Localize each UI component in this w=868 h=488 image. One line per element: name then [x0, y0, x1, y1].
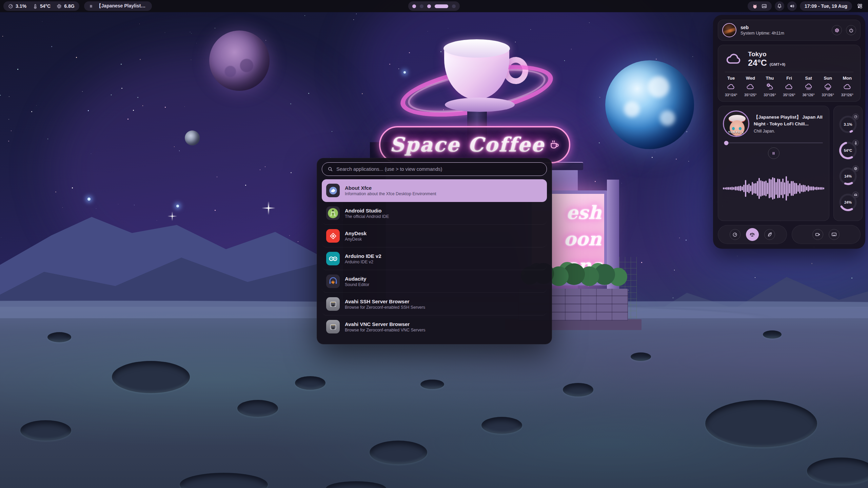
screen-record-button[interactable] [812, 229, 823, 240]
track-title: 【Japanese Playlist】 Japan All Night - To… [754, 114, 824, 127]
workspace-dot-3[interactable] [427, 4, 431, 8]
workspace-dot-4[interactable] [435, 4, 448, 8]
system-stats-pill[interactable]: 3.1% 54°C 6.8G [3, 1, 79, 11]
cpu-usage-stat: 3.1% [8, 3, 26, 9]
user-name: seb [741, 25, 784, 30]
launcher-result-item[interactable]: Audacity Sound Editor [322, 270, 547, 293]
cpu-usage-value: 3.1% [16, 3, 26, 9]
forecast-day: Tue 33°/24° [725, 76, 737, 97]
forecast-temps: 33°/24° [725, 93, 737, 97]
app-icon [326, 229, 340, 243]
seek-thumb[interactable] [724, 141, 728, 145]
app-subtitle: Information about the Xfce Desktop Envir… [345, 191, 436, 196]
app-title: Avahi SSH Server Browser [345, 298, 425, 305]
app-title: Audacity [345, 276, 369, 282]
search-box[interactable] [322, 162, 547, 176]
capture-tools-group [792, 225, 861, 244]
system-gauge: 3.1% [838, 115, 858, 134]
coffee-cup-icon [549, 140, 559, 150]
gauge-icon-badge [852, 191, 859, 198]
neon-sign-text: Space Coffee [390, 133, 545, 156]
search-input[interactable] [336, 166, 541, 172]
app-icon [326, 252, 340, 265]
app-icon [326, 320, 340, 333]
crater [481, 417, 522, 434]
forecast-temps: 33°/26° [764, 93, 776, 97]
app-grid-button[interactable] [855, 1, 865, 11]
memory-value: 6.8G [64, 3, 74, 9]
forecast-day-name: Thu [766, 76, 774, 81]
user-card: seb System Uptime: 4h11m [718, 20, 861, 41]
notifications-button[interactable] [775, 1, 784, 11]
seek-bar[interactable] [724, 142, 823, 143]
volume-button[interactable] [787, 1, 797, 11]
crater [631, 352, 651, 361]
launcher-result-item[interactable]: About Xfce Information about the Xfce De… [322, 179, 547, 202]
workspace-dot-5[interactable] [452, 4, 456, 8]
launcher-result-item[interactable]: Avahi VNC Server Browser Browse for Zero… [322, 316, 547, 338]
launcher-result-item[interactable]: Avahi SSH Server Browser Browse for Zero… [322, 293, 547, 316]
cloud-icon [725, 50, 743, 68]
powersave-profile-button[interactable] [764, 229, 775, 240]
forecast-weather-icon [824, 82, 832, 91]
launcher-result-item[interactable]: Android Studio The official Android IDE [322, 202, 547, 225]
gauge-icon-badge [852, 140, 859, 146]
forecast-day: Sat 36°/26° [802, 76, 814, 97]
album-art: TOKYO L [723, 110, 749, 137]
crater [20, 420, 71, 441]
forecast-temps: 36°/26° [802, 93, 814, 97]
app-title: Android Studio [345, 207, 389, 214]
temperature-value: 54°C [40, 3, 51, 9]
workspace-switcher[interactable] [408, 1, 460, 11]
balanced-profile-button[interactable] [746, 228, 759, 241]
forecast-day: Mon 33°/26° [841, 76, 853, 97]
forecast-temps: 35°/25° [744, 93, 756, 97]
power-button[interactable] [846, 25, 856, 35]
system-tray[interactable] [748, 1, 772, 11]
weather-timezone: (GMT+9) [770, 62, 785, 66]
power-icon [849, 28, 854, 33]
workspace-dot-1[interactable] [412, 4, 416, 8]
now-playing-label: 【Japanese Playlist】 J... [97, 3, 147, 9]
forecast-day-name: Mon [843, 76, 852, 81]
app-subtitle: AnyDesk [345, 237, 367, 242]
leaf-icon [767, 232, 772, 237]
desktop-widget-panel: seb System Uptime: 4h11m Tokyo 24°C (GMT… [713, 15, 865, 249]
gauge-icon-badge [852, 114, 859, 120]
picture-tray-icon[interactable] [762, 3, 767, 9]
star-sparkle [172, 211, 173, 221]
album-art-label: TOKYO L [724, 130, 748, 134]
system-uptime: System Uptime: 4h11m [741, 31, 784, 36]
now-playing-pill[interactable]: 【Japanese Playlist】 J... [84, 1, 152, 11]
crater [295, 376, 326, 390]
launcher-result-item[interactable]: AnyDesk AnyDesk [322, 225, 547, 247]
crater [47, 332, 71, 342]
weather-city: Tokyo [748, 50, 785, 58]
divider [725, 72, 853, 72]
cat-tray-icon[interactable] [752, 4, 757, 9]
performance-profile-button[interactable] [730, 229, 741, 240]
app-subtitle: Browse for Zeroconf-enabled SSH Servers [345, 305, 425, 310]
gear-icon [834, 28, 840, 33]
forecast-day-name: Fri [786, 76, 792, 81]
search-icon [328, 166, 333, 172]
forecast-weather-icon [765, 82, 774, 91]
forecast-temps: 33°/26° [822, 93, 834, 97]
screenshot-button[interactable] [829, 229, 840, 240]
forecast-weather-icon [785, 82, 793, 91]
app-subtitle: Sound Editor [345, 282, 369, 287]
thermometer-icon [33, 4, 38, 9]
play-pause-button[interactable] [768, 147, 780, 159]
workspace-dot-2[interactable] [420, 4, 423, 8]
crater [563, 383, 593, 396]
audio-waveform [723, 159, 824, 217]
avatar [722, 23, 736, 37]
clock-pill[interactable]: 17:09 - Tue, 19 Aug [800, 1, 852, 11]
crater [763, 330, 782, 339]
settings-button[interactable] [832, 25, 842, 35]
launcher-result-item[interactable]: Arduino IDE v2 Arduino IDE v2 [322, 247, 547, 270]
forecast-weather-icon [727, 82, 735, 91]
system-gauge: 54°C [838, 141, 858, 160]
bright-star [87, 198, 91, 201]
forecast-temps: 33°/26° [841, 93, 853, 97]
